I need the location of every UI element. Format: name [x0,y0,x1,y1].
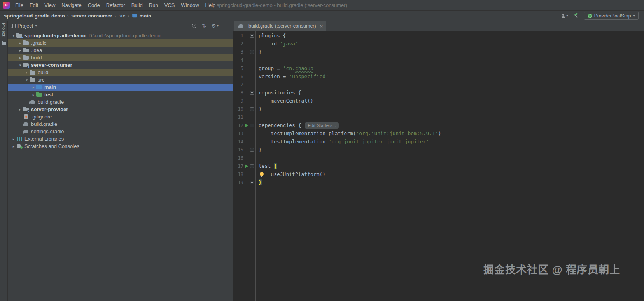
settings-gear-button[interactable]: ⚙ ▾ [212,23,219,28]
code-line[interactable]: mavenCentral() [259,97,644,105]
locate-file-icon[interactable] [192,24,196,28]
menu-item-vcs[interactable]: VCS [161,0,178,10]
tree-item-build[interactable]: ▸build [8,69,233,76]
run-gutter-icon[interactable] [243,162,249,170]
run-gutter-icon[interactable] [243,121,249,129]
menu-item-window[interactable]: Window [178,0,202,10]
fold-end-icon[interactable] [249,48,254,56]
code-line[interactable]: testImplementation platform('org.junit:j… [259,129,644,137]
intention-bulb-icon[interactable] [260,172,264,176]
fold-start-icon[interactable] [249,121,254,129]
tree-closed-arrow-icon[interactable]: ▸ [11,144,16,148]
code-line[interactable] [259,154,644,162]
menu-item-edit[interactable]: Edit [26,0,41,10]
chevron-down-icon[interactable]: ▾ [35,24,37,28]
tree-item-build.gradle[interactable]: build.gradle [8,120,233,128]
tree-item-.gitignore[interactable]: .gitignore [8,113,233,120]
breadcrumb-item-springcloud-gradle-demo[interactable]: springcloud-gradle-demo [4,13,65,19]
breadcrumb-item-server-consumer[interactable]: server-consumer [71,13,112,19]
panel-header-actions: ⇅ ⚙ ▾ — [192,23,229,28]
gutter-line: 13 [233,129,256,137]
tree-closed-arrow-icon[interactable]: ▸ [18,56,23,60]
tree-item-server-provider[interactable]: ▸server-provider [8,106,233,113]
code-line[interactable]: useJUnitPlatform() [259,170,644,178]
close-tab-icon[interactable]: × [320,24,323,29]
code-line[interactable]: } [259,48,644,56]
code-line[interactable]: } [259,105,644,113]
fold-slot [249,137,254,146]
menu-item-code[interactable]: Code [85,0,103,10]
breadcrumb-item-main[interactable]: main [132,13,151,19]
fold-start-icon[interactable] [249,31,254,40]
tree-closed-arrow-icon[interactable]: ▸ [18,108,23,111]
code-line[interactable]: test { [259,162,644,170]
run-slot [243,64,249,72]
code-line[interactable] [259,80,644,89]
fold-slot [249,80,254,89]
tree-item-.idea[interactable]: ▸.idea [8,47,233,54]
code-line[interactable]: dependencies { Edit Starters... [259,121,644,129]
collapse-all-icon[interactable]: ⇅ [202,23,206,28]
menu-item-run[interactable]: Run [146,0,161,10]
fold-start-icon[interactable] [249,89,254,97]
menu-item-file[interactable]: File [12,0,26,10]
line-number: 18 [233,172,243,177]
line-number: 13 [233,131,243,136]
tree-item-settings.gradle[interactable]: settings.gradle [8,128,233,135]
fold-end-icon[interactable] [249,178,254,186]
tree-item-build[interactable]: ▸build [8,54,233,61]
gradle-icon [23,129,29,134]
breadcrumb-label: main [140,13,151,19]
tree-item-server-consumer[interactable]: ▾server-consumer [8,61,233,69]
code-line[interactable]: group = 'cn.chaoup' [259,64,644,72]
build-hammer-icon[interactable] [574,13,579,18]
tree-closed-arrow-icon[interactable]: ▸ [31,85,36,89]
fold-start-icon[interactable] [249,162,254,170]
code-line[interactable]: repositories { [259,89,644,97]
breadcrumb-item-src[interactable]: src [119,13,125,19]
fold-end-icon[interactable] [249,146,254,154]
menu-item-navigate[interactable]: Navigate [58,0,84,10]
tree-item-External Libraries[interactable]: ▸External Libraries [8,135,233,143]
tree-open-arrow-icon[interactable]: ▾ [24,78,30,82]
tab-build-gradle[interactable]: build.gradle (:server-consumer) × [234,21,326,31]
tree-open-arrow-icon[interactable]: ▾ [11,34,16,38]
tree-closed-arrow-icon[interactable]: ▸ [24,71,30,75]
code-line[interactable]: } [259,178,644,186]
tree-closed-arrow-icon[interactable]: ▸ [18,41,23,45]
tree-closed-arrow-icon[interactable]: ▸ [11,137,16,141]
menu-item-build[interactable]: Build [128,0,146,10]
code-line[interactable]: plugins { [259,31,644,40]
fold-slot [249,97,254,105]
project-icon [16,33,23,38]
fold-end-icon[interactable] [249,105,254,113]
tree-closed-arrow-icon[interactable]: ▸ [18,49,23,52]
menu-item-refactor[interactable]: Refactor [103,0,128,10]
tree-closed-arrow-icon[interactable]: ▸ [31,93,36,97]
inlay-hint[interactable]: Edit Starters... [305,122,339,129]
tree-item-build.gradle[interactable]: build.gradle [8,98,233,106]
code-line[interactable] [259,113,644,121]
tree-item-src[interactable]: ▾src [8,76,233,84]
run-config-label: ProviderBootSrap [594,13,631,19]
stripe-project-label[interactable]: Project [2,23,6,36]
stripe-folder-icon[interactable] [2,41,6,45]
hide-panel-icon[interactable]: — [224,23,229,28]
menu-item-view[interactable]: View [41,0,58,10]
gutter-line: 16 [233,154,256,162]
code-line[interactable]: version = 'unspecified' [259,72,644,80]
tree-item-springcloud-gradle-demo[interactable]: ▾springcloud-gradle-demoD:\code\springcl… [8,32,233,39]
tree-item-main[interactable]: ▸main [8,84,233,91]
tree-open-arrow-icon[interactable]: ▾ [18,63,23,67]
code-line[interactable]: } [259,146,644,154]
tree-item-test[interactable]: ▸test [8,91,233,98]
code-line[interactable] [259,56,644,64]
user-menu-button[interactable]: ▾ [561,14,568,18]
tree-item-Scratches and Consoles[interactable]: ▸Scratches and Consoles [8,143,233,150]
code-line[interactable]: testImplementation 'org.junit.jupiter:ju… [259,137,644,146]
run-configuration-select[interactable]: ProviderBootSrap ▾ [584,12,639,20]
menu-item-help[interactable]: Help [202,0,219,10]
tree-item-.gradle[interactable]: ▸.gradle [8,39,233,47]
code-line[interactable]: id 'java' [259,40,644,48]
code-editor[interactable]: 12345678910111213141516171819 plugins { … [233,31,644,301]
